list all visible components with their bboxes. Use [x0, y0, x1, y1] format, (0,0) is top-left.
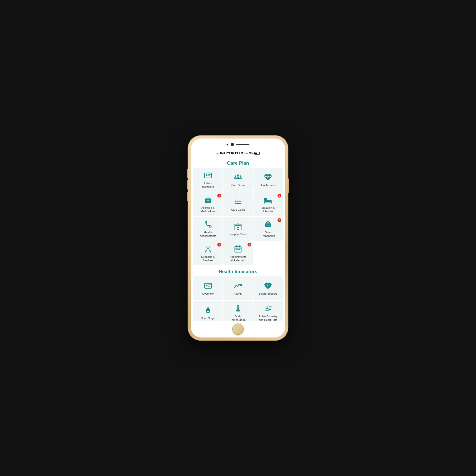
- situation-lifestyle-item[interactable]: ! Situation &Lifestyle: [254, 192, 283, 216]
- allergies-badge: !: [217, 194, 221, 198]
- health-indicators-title: Health Indicators: [191, 266, 285, 276]
- list-icon: [234, 198, 242, 206]
- blood-sugar-item[interactable]: Blood Sugar: [193, 301, 222, 321]
- heart-pulse-icon: [264, 173, 272, 182]
- svg-point-14: [235, 201, 236, 202]
- status-right: ⬆ ✴ 52%: [243, 152, 260, 155]
- phone-screen: Bell LTE 10:19 AM ⬆ ✴ 52%: [191, 138, 285, 338]
- time-display: 10:19 AM: [231, 152, 243, 155]
- care-team-label: Care Team: [231, 184, 245, 187]
- svg-rect-41: [236, 249, 237, 251]
- care-goals-item[interactable]: Care Goals: [223, 192, 253, 216]
- svg-point-50: [237, 309, 239, 311]
- blood-pressure-icon: [264, 282, 272, 290]
- network-label: LTE: [226, 152, 231, 155]
- location-icon: ⬆: [243, 152, 245, 155]
- camera-lens: [231, 143, 234, 146]
- allergies-medications-item[interactable]: ! Allergies &Medications: [193, 192, 222, 216]
- calendar-icon: [234, 245, 242, 253]
- treatment-icon: [264, 220, 272, 229]
- id-card-icon: [204, 171, 212, 180]
- care-team-item[interactable]: Care Team: [223, 168, 253, 192]
- svg-point-1: [206, 174, 207, 176]
- hospital-visits-item[interactable]: Hospital Visits: [223, 217, 253, 241]
- speaker: [236, 144, 249, 145]
- carrier-label: Bell: [220, 152, 225, 155]
- svg-point-6: [240, 175, 241, 177]
- activity-icon: [234, 282, 242, 290]
- health-assessments-label: HealthAssessments: [200, 231, 216, 238]
- health-assessments-item[interactable]: HealthAssessments: [193, 217, 222, 241]
- supports-services-item[interactable]: ! Supports &Services: [193, 241, 222, 265]
- care-plan-title: Care Plan: [191, 157, 285, 168]
- blood-pressure-label: Blood Pressure: [259, 292, 277, 296]
- battery-icon: [255, 152, 260, 155]
- thermometer-icon: [234, 304, 242, 313]
- svg-rect-16: [264, 200, 272, 203]
- svg-point-5: [235, 175, 236, 177]
- empty-cell: [254, 241, 283, 265]
- activity-item[interactable]: Activity: [223, 276, 253, 300]
- body-temperature-item[interactable]: BodyTemperature: [223, 301, 253, 321]
- medical-bag-icon: [204, 196, 212, 204]
- svg-point-36: [207, 247, 208, 248]
- allergies-medications-label: Allergies &Medications: [201, 206, 215, 213]
- supports-badge: !: [217, 243, 221, 247]
- overview-item[interactable]: Overview: [193, 276, 222, 300]
- activity-label: Activity: [234, 292, 242, 296]
- pulse-oximetry-label: Pulse Oximetryand Heart Rate: [259, 315, 277, 321]
- patient-identifiers-item[interactable]: PatientIdentifiers: [193, 168, 222, 192]
- care-plan-grid: PatientIdentifiers Care Team: [191, 168, 285, 266]
- care-team-icon: [234, 173, 242, 182]
- patient-identifiers-label: PatientIdentifiers: [202, 182, 214, 189]
- situation-lifestyle-label: Situation &Lifestyle: [262, 206, 275, 213]
- situation-badge: !: [277, 194, 281, 198]
- home-button[interactable]: [232, 323, 244, 335]
- svg-point-45: [206, 284, 207, 286]
- camera-area: [227, 143, 249, 146]
- treatments-badge: !: [277, 218, 281, 222]
- blood-sugar-icon: [204, 306, 212, 315]
- body-temperature-label: BodyTemperature: [230, 315, 246, 321]
- home-button-area: [191, 321, 285, 338]
- battery-percentage: 52%: [249, 152, 254, 155]
- status-left: Bell LTE: [216, 152, 231, 155]
- svg-rect-0: [204, 173, 212, 178]
- health-issues-label: Health Issues: [260, 184, 276, 187]
- appointments-referrals-label: Appointments& Referrals: [230, 255, 246, 262]
- pulse-ox-icon: [264, 304, 272, 313]
- phone-frame: Bell LTE 10:19 AM ⬆ ✴ 52%: [188, 136, 288, 340]
- status-bar: Bell LTE 10:19 AM ⬆ ✴ 52%: [211, 151, 265, 156]
- appointments-badge: !: [248, 243, 251, 247]
- other-treatments-label: OtherTreatments: [261, 231, 275, 238]
- screen-content: Care Plan PatientIdentifiers: [191, 157, 285, 321]
- svg-point-34: [268, 222, 269, 223]
- other-treatments-item[interactable]: ! OtherTreatments: [254, 217, 283, 241]
- pulse-oximetry-item[interactable]: Pulse Oximetryand Heart Rate: [254, 301, 283, 321]
- health-issues-item[interactable]: Health Issues: [254, 168, 283, 192]
- bed-icon: [264, 196, 272, 204]
- svg-rect-44: [204, 283, 212, 288]
- svg-point-15: [235, 203, 236, 204]
- supports-services-label: Supports &Services: [201, 255, 215, 262]
- overview-icon: [204, 282, 212, 290]
- appointments-referrals-item[interactable]: ! Appointments& Referrals: [223, 241, 253, 265]
- svg-rect-17: [264, 198, 267, 200]
- phone-top-hardware: Bell LTE 10:19 AM ⬆ ✴ 52%: [191, 138, 285, 157]
- signal-icon: [216, 152, 219, 154]
- svg-rect-54: [238, 307, 238, 310]
- svg-point-4: [237, 174, 239, 177]
- support-icon: [204, 245, 212, 253]
- sensor: [227, 144, 228, 145]
- care-goals-label: Care Goals: [231, 208, 245, 212]
- hospital-visits-label: Hospital Visits: [229, 233, 247, 236]
- health-indicators-grid: Overview Activity Blood Pres: [191, 276, 285, 321]
- blood-pressure-item[interactable]: Blood Pressure: [254, 276, 283, 300]
- svg-point-13: [235, 200, 236, 201]
- hospital-icon: [234, 222, 242, 231]
- svg-rect-43: [239, 249, 240, 251]
- bluetooth-icon: ✴: [246, 152, 248, 155]
- svg-rect-42: [238, 249, 239, 251]
- stethoscope-icon: [204, 220, 212, 229]
- overview-label: Overview: [202, 292, 214, 296]
